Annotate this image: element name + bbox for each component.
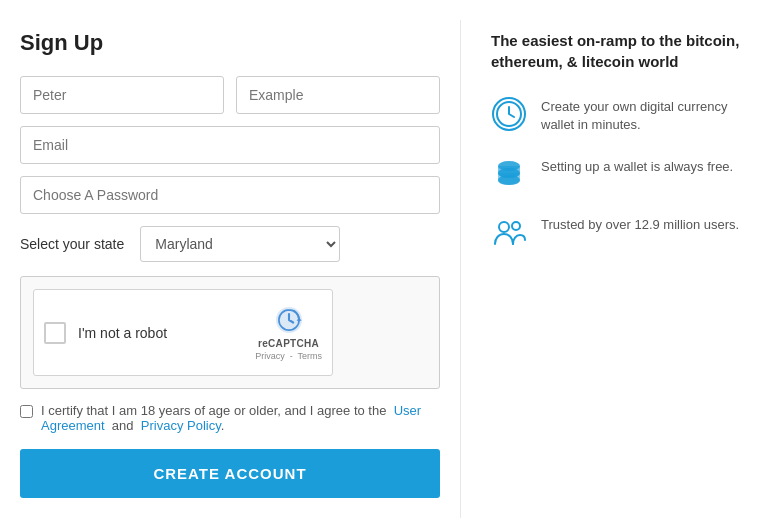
users-icon	[491, 214, 527, 250]
recaptcha-icon	[273, 304, 305, 336]
captcha-box: I'm not a robot reCAPTCHA Privacy -	[20, 276, 440, 389]
feature-item-wallet: Create your own digital currency wallet …	[491, 96, 759, 134]
captcha-links: Privacy - Terms	[255, 351, 322, 361]
state-row: Select your state Maryland Alabama Alask…	[20, 226, 440, 262]
captcha-right: reCAPTCHA Privacy - Terms	[255, 304, 322, 361]
name-row	[20, 76, 440, 114]
sidebar-panel: The easiest on-ramp to the bitcoin, ethe…	[460, 20, 779, 518]
last-name-input[interactable]	[236, 76, 440, 114]
email-input[interactable]	[20, 126, 440, 164]
captcha-checkbox[interactable]	[44, 322, 66, 344]
svg-point-5	[498, 175, 520, 185]
terms-checkbox[interactable]	[20, 405, 33, 418]
signup-form-panel: Sign Up Select your state Maryland Alaba…	[0, 20, 460, 518]
feature-text-trusted: Trusted by over 12.9 million users.	[541, 214, 739, 234]
terms-row: I certify that I am 18 years of age or o…	[20, 403, 440, 433]
captcha-left: I'm not a robot	[44, 322, 167, 344]
captcha-privacy-link[interactable]: Privacy	[255, 351, 285, 361]
feature-item-free: Setting up a wallet is always free.	[491, 156, 759, 192]
captcha-widget[interactable]: I'm not a robot reCAPTCHA Privacy -	[33, 289, 333, 376]
feature-list: Create your own digital currency wallet …	[491, 96, 759, 250]
captcha-label: I'm not a robot	[78, 325, 167, 341]
password-input[interactable]	[20, 176, 440, 214]
clock-icon	[491, 96, 527, 132]
privacy-policy-link[interactable]: Privacy Policy	[141, 418, 221, 433]
state-label: Select your state	[20, 236, 124, 252]
feature-item-trusted: Trusted by over 12.9 million users.	[491, 214, 759, 250]
page-title: Sign Up	[20, 30, 440, 56]
captcha-brand-label: reCAPTCHA	[258, 338, 319, 349]
coins-icon	[491, 156, 527, 192]
email-row	[20, 126, 440, 164]
svg-point-7	[512, 222, 520, 230]
svg-point-6	[499, 222, 509, 232]
terms-text: I certify that I am 18 years of age or o…	[41, 403, 440, 433]
password-row	[20, 176, 440, 214]
captcha-terms-link[interactable]: Terms	[298, 351, 323, 361]
sidebar-tagline: The easiest on-ramp to the bitcoin, ethe…	[491, 30, 759, 72]
state-select[interactable]: Maryland Alabama Alaska Arizona Arkansas…	[140, 226, 340, 262]
create-account-button[interactable]: CREATE ACCOUNT	[20, 449, 440, 498]
feature-text-free: Setting up a wallet is always free.	[541, 156, 733, 176]
feature-text-wallet: Create your own digital currency wallet …	[541, 96, 759, 134]
first-name-input[interactable]	[20, 76, 224, 114]
